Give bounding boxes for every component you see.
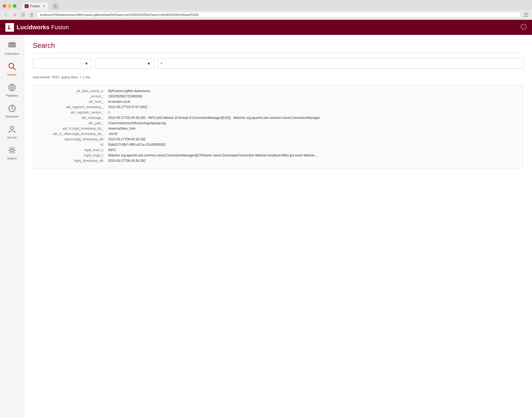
browser-toolbar: localhost:8764/admin/search/MyFusionLogf…: [0, 10, 532, 20]
header-info-button[interactable]: i: [521, 24, 527, 31]
svg-rect-3: [524, 13, 529, 13]
field-value: 2015-05-27T19:37:07.000Z: [108, 105, 518, 109]
logo-letter: L: [8, 24, 11, 31]
table-row: id:f0ab317f-5fb7-4f65-a37a-c22c05995592: [38, 143, 518, 147]
field-key: attr_host_:: [38, 100, 108, 104]
field-value: 2015-05-27T02:45:36,293 - INFO [zkCallba…: [108, 116, 518, 120]
minimize-dot[interactable]: [8, 4, 11, 8]
main-content: Search ▼ ▼ num-found: 7437, query-time: …: [24, 35, 532, 417]
sidebar-item-access[interactable]: Access: [0, 121, 24, 142]
field-key: attr_logstash_version_:: [38, 111, 108, 114]
table-row: attr_path_:/Users/mitzimorris/fusion/log…: [38, 121, 518, 125]
svg-text:i: i: [523, 25, 524, 29]
browser-menu-button[interactable]: [523, 12, 529, 18]
address-bar[interactable]: localhost:8764/admin/search/MyFusionLogf…: [37, 12, 521, 18]
table-row: log4j_timestamp_tdt:2015-05-27T06:45:36.…: [38, 159, 518, 163]
tab-close-button[interactable]: ×: [43, 4, 45, 8]
maximize-dot[interactable]: [13, 4, 16, 8]
new-tab-button[interactable]: [52, 2, 59, 10]
field-value: INFO: [108, 148, 518, 152]
home-button[interactable]: [28, 12, 35, 18]
table-row: attr_logstash_version_:1: [38, 111, 518, 114]
field-value: MyFusionLogfiles-datasource: [108, 89, 518, 93]
app-logo: L Lucidworks Fusion: [5, 23, 69, 32]
pipeline-dropdown[interactable]: ▼: [95, 58, 154, 69]
field-key: attr_tz.log4j_timestamp_tdt_:: [38, 127, 108, 130]
sidebar-item-collections[interactable]: Collections: [0, 38, 24, 58]
collection-dropdown-arrow: ▼: [85, 61, 88, 66]
table-row: attr_tz_offset.log4j_timestamp_tdt_:-04:…: [38, 132, 518, 136]
results-info: num-found: 7437, query-time: < 1 ms: [33, 75, 523, 79]
brand-lucidworks: Lucidworks: [17, 24, 49, 31]
sidebar: Collections Search Pipeli: [0, 35, 24, 417]
back-button[interactable]: [3, 12, 9, 18]
field-key: attr_path_:: [38, 121, 108, 125]
field-value: -04:00: [108, 132, 518, 136]
search-icon: [7, 62, 17, 71]
field-key: log4j_timestamp_tdt:: [38, 159, 108, 163]
field-key: attr_tz_offset.log4j_timestamp_tdt_:: [38, 132, 108, 136]
page-title: Search: [33, 41, 523, 53]
field-key: log4j_level_s:: [38, 148, 108, 152]
sidebar-item-scheduler[interactable]: Scheduler: [0, 100, 24, 121]
browser-window-controls: [3, 4, 16, 8]
tab-title: Fusion: [30, 4, 40, 8]
field-key: epoch.log4j_timestamp_tdt:: [38, 137, 108, 141]
field-value: America/New_York: [108, 127, 518, 130]
brand-name: Lucidworks Fusion: [17, 24, 69, 31]
field-value: 2015-05-27T06:45:36.29Z: [108, 137, 518, 141]
search-label: Search: [7, 73, 17, 76]
address-text: localhost:8764/admin/search/MyFusionLogf…: [40, 13, 198, 16]
pipeline-dropdown-arrow: ▼: [147, 61, 151, 66]
svg-rect-12: [9, 42, 15, 43]
scheduler-icon: [7, 104, 17, 113]
svg-line-14: [13, 68, 15, 70]
collection-dropdown[interactable]: ▼: [33, 58, 92, 69]
browser-titlebar: L Fusion ×: [0, 0, 532, 10]
field-key: id:: [38, 143, 108, 147]
svg-rect-9: [8, 45, 16, 46]
field-value: /Users/mitzimorris/fusion/logs/api/api.l…: [108, 121, 518, 125]
field-key: log4j_msgs_t:: [38, 153, 108, 157]
sidebar-item-pipelines[interactable]: Pipelines: [0, 79, 24, 100]
app-header: L Lucidworks Fusion i: [0, 20, 532, 35]
forward-button[interactable]: [11, 12, 18, 18]
query-input[interactable]: [157, 58, 523, 69]
result-record: _lw_data_source_s:MyFusionLogfiles-datas…: [33, 85, 523, 169]
system-icon: [7, 145, 17, 155]
refresh-button[interactable]: [20, 12, 26, 18]
svg-rect-4: [524, 14, 529, 15]
svg-point-24: [10, 126, 14, 130]
close-dot[interactable]: [3, 4, 6, 8]
sidebar-item-system[interactable]: System: [0, 142, 24, 163]
scheduler-label: Scheduler: [5, 115, 19, 118]
browser-chrome: L Fusion × localhost:8764/admin/search/M…: [0, 0, 532, 20]
tab-favicon: L: [25, 4, 28, 8]
brand-fusion: Fusion: [51, 24, 69, 31]
field-key: attr_message_:: [38, 116, 108, 120]
table-row: attr_tz.log4j_timestamp_tdt_:America/New…: [38, 127, 518, 130]
search-controls: ▼ ▼: [33, 58, 523, 69]
collections-icon: [7, 41, 17, 50]
svg-rect-5: [524, 16, 529, 17]
field-key: _lw_data_source_s:: [38, 89, 108, 93]
field-value: Watcher org.apache.solr.common.cloud.Con…: [108, 153, 518, 157]
sidebar-item-search[interactable]: Search: [0, 58, 24, 79]
collections-label: Collections: [5, 52, 19, 55]
access-label: Access: [7, 136, 17, 139]
table-row: attr_logstash_timestamp_:2015-05-27T19:3…: [38, 105, 518, 109]
app-body: Collections Search Pipeli: [0, 35, 532, 417]
field-key: _version_:: [38, 94, 108, 98]
table-row: _version_:1502352961721860000: [38, 94, 518, 98]
svg-rect-2: [31, 15, 32, 17]
field-value: 2015-05-27T06:45:36.29Z: [108, 159, 518, 163]
pipelines-label: Pipelines: [6, 94, 18, 97]
field-value: lw-doxbox.local: [108, 100, 518, 104]
table-row: attr_host_:lw-doxbox.local: [38, 100, 518, 104]
svg-point-17: [12, 87, 13, 88]
svg-point-25: [11, 149, 13, 152]
table-row: _lw_data_source_s:MyFusionLogfiles-datas…: [38, 89, 518, 93]
table-row: attr_message_:2015-05-27T02:45:36,293 - …: [38, 116, 518, 120]
browser-tab[interactable]: L Fusion ×: [21, 2, 49, 10]
access-icon: [7, 125, 17, 134]
